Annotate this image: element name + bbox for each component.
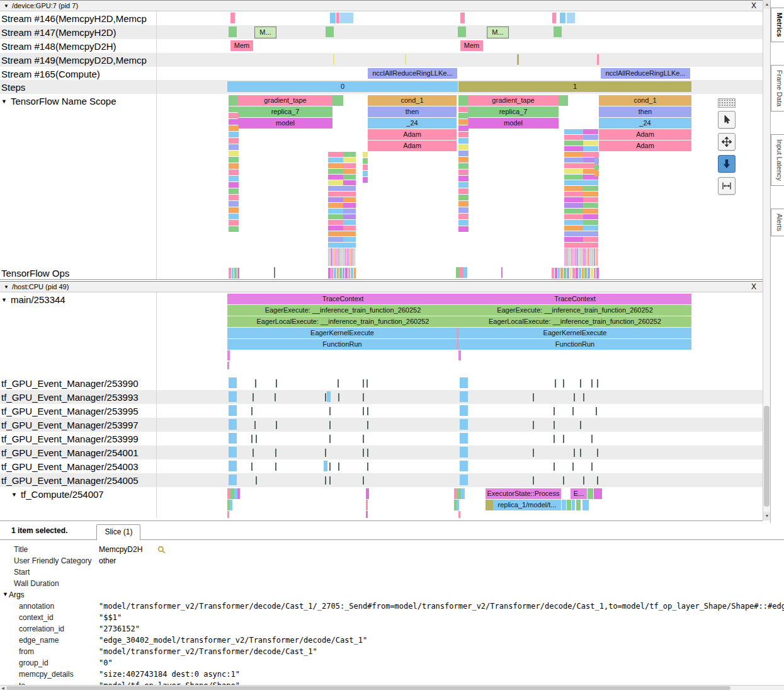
- slice-cluster[interactable]: [458, 132, 469, 137]
- slice-cluster[interactable]: [351, 248, 352, 266]
- slice-cluster[interactable]: [348, 248, 348, 266]
- trace-slice[interactable]: [330, 13, 336, 23]
- event-tick[interactable]: [251, 463, 253, 471]
- trace-slice[interactable]: _24: [599, 118, 691, 129]
- event-tick[interactable]: [363, 407, 364, 415]
- event-tick[interactable]: [329, 435, 331, 443]
- event-tick[interactable]: [572, 463, 574, 471]
- slice-cluster[interactable]: [237, 268, 240, 279]
- slice-cluster[interactable]: [583, 209, 598, 214]
- slice-cluster[interactable]: [229, 207, 239, 213]
- trace-slice[interactable]: [501, 267, 503, 278]
- slice-cluster[interactable]: [582, 248, 583, 266]
- trace-slice[interactable]: gradient_tape: [238, 95, 332, 106]
- slice-cluster[interactable]: [343, 209, 356, 214]
- slice-cluster[interactable]: [594, 248, 594, 266]
- expand-icon[interactable]: ▼: [1, 297, 7, 303]
- slice-cluster[interactable]: [343, 163, 356, 168]
- trace-slice[interactable]: [457, 328, 458, 350]
- trace-slice[interactable]: Adam: [368, 141, 457, 151]
- slice-cluster[interactable]: [363, 171, 368, 176]
- trace-slice[interactable]: TraceContext: [458, 294, 691, 304]
- trace-slice[interactable]: ncclAllReduceRingLLKe...: [368, 68, 457, 79]
- trace-slice[interactable]: [237, 488, 240, 499]
- trace-slice[interactable]: [486, 500, 493, 510]
- event-tick[interactable]: [363, 449, 364, 457]
- slice-cluster[interactable]: [343, 180, 356, 185]
- slice-cluster[interactable]: [334, 248, 334, 266]
- trace-slice[interactable]: then: [368, 106, 457, 117]
- trace-slice[interactable]: cond_1: [599, 95, 691, 106]
- timing-tool-button[interactable]: [718, 177, 736, 195]
- event-tick[interactable]: [275, 449, 276, 457]
- slice-cluster[interactable]: [229, 182, 239, 188]
- slice-cluster[interactable]: [583, 146, 598, 151]
- event-tick[interactable]: [554, 435, 555, 443]
- trace-slice[interactable]: [229, 405, 237, 416]
- slice-cluster[interactable]: [458, 113, 469, 118]
- slice-cluster[interactable]: [564, 248, 565, 266]
- trace-slice[interactable]: replica_7: [238, 106, 332, 117]
- slice-cluster[interactable]: [594, 158, 599, 164]
- slice-cluster[interactable]: [345, 268, 348, 279]
- trace-slice[interactable]: [572, 500, 575, 510]
- slice-cluster[interactable]: [596, 248, 596, 266]
- slice-cluster[interactable]: [458, 138, 469, 144]
- slice-cluster[interactable]: [567, 248, 568, 266]
- trace-slice[interactable]: TraceContext: [227, 294, 458, 304]
- slice-cluster[interactable]: [458, 207, 469, 213]
- event-tick[interactable]: [275, 393, 276, 401]
- collapse-icon[interactable]: ▼: [4, 3, 9, 9]
- track-group-label[interactable]: ▼TensorFlow Name Scope: [0, 94, 157, 268]
- event-tick[interactable]: [580, 449, 581, 457]
- slice-cluster[interactable]: [229, 201, 239, 207]
- palette-drag-handle[interactable]: [718, 98, 736, 108]
- slice-cluster[interactable]: [328, 268, 331, 279]
- event-tick[interactable]: [572, 407, 574, 415]
- trace-slice[interactable]: [460, 13, 465, 23]
- trace-slice[interactable]: [366, 500, 368, 510]
- slice-cluster[interactable]: [343, 175, 356, 180]
- slice-cluster[interactable]: [583, 243, 598, 248]
- trace-slice[interactable]: [460, 377, 468, 388]
- slice-cluster[interactable]: [583, 231, 598, 236]
- slice-cluster[interactable]: [348, 268, 351, 279]
- expand-icon[interactable]: ▼: [11, 492, 17, 498]
- slice-cluster[interactable]: [584, 248, 585, 266]
- event-tick[interactable]: [251, 407, 253, 415]
- side-tab-frame-data[interactable]: Frame Data: [771, 65, 784, 112]
- event-tick[interactable]: [366, 379, 368, 388]
- tab-slice[interactable]: Slice (1): [96, 524, 140, 540]
- slice-cluster[interactable]: [363, 164, 368, 170]
- slice-cluster[interactable]: [229, 163, 239, 169]
- slice-cluster[interactable]: [583, 197, 598, 202]
- collapse-icon[interactable]: ▼: [4, 284, 9, 290]
- event-tick[interactable]: [597, 476, 598, 485]
- slice-cluster[interactable]: [336, 248, 337, 266]
- slice-cluster[interactable]: [343, 169, 356, 174]
- slice-cluster[interactable]: [344, 248, 345, 266]
- slice-cluster[interactable]: [594, 171, 599, 176]
- slice-cluster[interactable]: [338, 248, 338, 266]
- slice-cluster[interactable]: [594, 268, 596, 279]
- event-tick[interactable]: [325, 393, 326, 401]
- trace-slice[interactable]: [594, 488, 602, 499]
- event-tick[interactable]: [254, 421, 256, 429]
- trace-slice[interactable]: [229, 433, 237, 444]
- event-tick[interactable]: [325, 476, 326, 485]
- trace-slice[interactable]: Mem: [460, 40, 483, 51]
- args-section-header[interactable]: ▼Args: [3, 590, 25, 599]
- slice-cluster[interactable]: [351, 268, 353, 279]
- trace-slice[interactable]: [597, 54, 599, 65]
- slice-cluster[interactable]: [458, 157, 469, 163]
- trace-slice[interactable]: [458, 350, 461, 360]
- slice-cluster[interactable]: [587, 248, 588, 266]
- event-tick[interactable]: [533, 393, 534, 401]
- slice-cluster[interactable]: [337, 268, 339, 279]
- zoom-tool-button[interactable]: [718, 155, 736, 173]
- track-group-label[interactable]: ▼tf_Compute/254007: [0, 487, 168, 520]
- trace-slice[interactable]: [576, 500, 581, 510]
- trace-slice[interactable]: [229, 474, 237, 485]
- slice-cluster[interactable]: [363, 152, 368, 158]
- event-tick[interactable]: [367, 463, 368, 471]
